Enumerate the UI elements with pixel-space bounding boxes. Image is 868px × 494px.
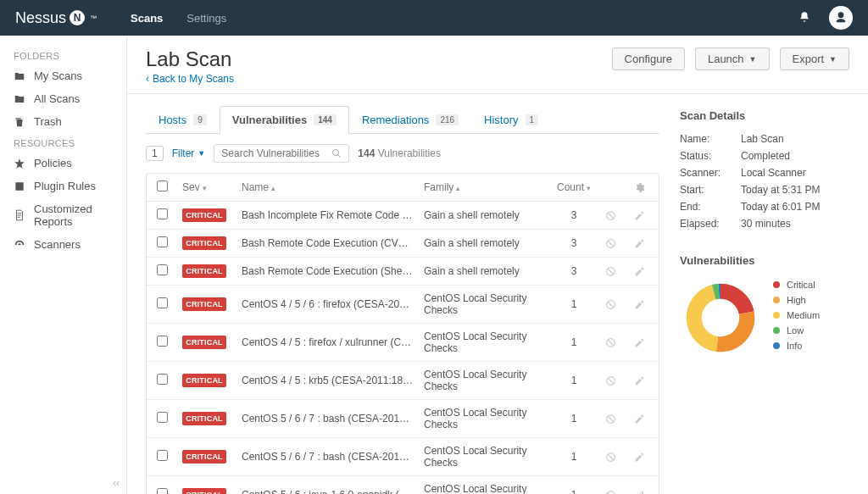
filter-bar: 1 Filter ▼ 144 Vulnerabilities [146,134,659,173]
row-checkbox[interactable] [157,236,168,247]
edit-icon[interactable] [630,238,648,249]
row-checkbox[interactable] [157,488,168,494]
table-row[interactable]: CRITICALCentOS 4 / 5 : firefox / xulrunn… [147,323,659,361]
sidebar-item-customized-reports[interactable]: Customized Reports [0,197,126,233]
detail-row: Name:Lab Scan [680,130,849,147]
gear-icon[interactable] [630,182,648,193]
search-input[interactable] [221,147,331,159]
disable-icon[interactable] [601,299,620,310]
configure-button[interactable]: Configure [612,47,685,70]
col-header-count[interactable]: Count▾ [557,181,591,193]
page-title: Lab Scan [146,47,234,71]
table-row[interactable]: CRITICALBash Remote Code Execution (CVE-… [147,229,659,257]
row-checkbox[interactable] [157,208,168,219]
active-filter-count[interactable]: 1 [146,146,164,161]
breadcrumb-back[interactable]: ‹ Back to My Scans [146,73,234,85]
table-row[interactable]: CRITICALBash Incomplete Fix Remote Code … [147,202,659,229]
tab-history[interactable]: History1 [471,106,551,134]
vuln-family: CentOS Local Security Checks [424,407,547,430]
export-button[interactable]: Export▼ [780,47,850,70]
sidebar-item-all-scans[interactable]: All Scans [0,87,126,110]
filter-dropdown[interactable]: Filter ▼ [172,147,206,159]
edit-icon[interactable] [630,266,648,277]
user-avatar-icon[interactable] [829,6,853,30]
vulnerabilities-table: Sev▾ Name▴ Family▴ Count▾ CRITICALBash I… [146,173,659,494]
sidebar-item-policies[interactable]: Policies [0,152,126,175]
vuln-chart-heading: Vulnerabilities [680,254,849,267]
disable-icon[interactable] [601,452,620,463]
vuln-name: CentOS 4 / 5 : firefox / xulrunner (CESA… [242,336,414,348]
col-header-severity[interactable]: Sev▾ [182,181,231,193]
edit-icon[interactable] [630,299,648,310]
brand-text: Nessus [15,9,66,27]
detail-row: Elapsed:30 minutes [680,215,849,232]
vuln-name: CentOS 5 / 6 : java-1.6.0-openjdk (CESA-… [242,489,414,494]
row-checkbox[interactable] [157,374,168,385]
tab-label: Remediations [362,114,430,126]
search-icon [331,148,342,158]
vuln-family: CentOS Local Security Checks [424,445,547,469]
select-all-checkbox[interactable] [157,180,168,191]
bell-icon[interactable] [798,11,810,25]
tab-remediations[interactable]: Remediations216 [349,106,471,134]
sidebar-item-trash[interactable]: Trash [0,110,126,133]
vuln-count: 3 [557,237,591,249]
row-checkbox[interactable] [157,450,168,461]
sidebar-item-label: Plugin Rules [34,180,96,192]
detail-value: 30 minutes [741,218,791,230]
sidebar-item-label: All Scans [34,92,80,105]
tab-count: 216 [436,114,459,125]
disable-icon[interactable] [601,238,620,249]
tab-hosts[interactable]: Hosts9 [146,106,220,134]
vuln-family: Gain a shell remotely [424,237,547,249]
row-checkbox[interactable] [157,297,168,308]
vuln-family: Gain a shell remotely [424,209,547,221]
col-header-family[interactable]: Family▴ [424,181,547,193]
legend-label: Critical [787,280,815,290]
legend-item: Medium [773,308,820,323]
sidebar-collapse-icon[interactable]: ‹‹ [113,477,120,489]
row-checkbox[interactable] [157,412,168,423]
edit-icon[interactable] [630,452,648,463]
disable-icon[interactable] [601,375,620,386]
edit-icon[interactable] [630,490,648,495]
disable-icon[interactable] [601,210,620,221]
table-row[interactable]: CRITICALCentOS 5 / 6 / 7 : bash (CESA-20… [147,399,659,437]
disable-icon[interactable] [601,490,620,495]
donut-slice-high [716,311,754,352]
table-row[interactable]: CRITICALCentOS 5 / 6 : java-1.6.0-openjd… [147,475,659,494]
edit-icon[interactable] [630,414,648,425]
detail-key: Start: [680,184,741,196]
edit-icon[interactable] [630,375,648,386]
vuln-family: CentOS Local Security Checks [424,369,547,392]
severity-badge: CRITICAL [182,374,226,387]
legend-item: High [773,292,820,308]
disable-icon[interactable] [601,337,620,348]
sidebar-item-scanners[interactable]: Scanners [0,233,126,256]
tab-vulnerabilities[interactable]: Vulnerabilities144 [220,106,349,134]
nav-link-settings[interactable]: Settings [186,12,226,25]
disable-icon[interactable] [601,266,620,277]
severity-badge: CRITICAL [182,336,226,349]
table-row[interactable]: CRITICALCentOS 4 / 5 : krb5 (CESA-2011:1… [147,361,659,399]
edit-icon[interactable] [630,337,648,348]
sidebar-item-label: My Scans [34,69,82,82]
detail-value: Today at 5:31 PM [741,184,820,196]
detail-value: Lab Scan [741,133,784,145]
brand-trademark: ™ [90,14,97,22]
sidebar-item-my-scans[interactable]: My Scans [0,64,126,87]
edit-icon[interactable] [630,210,648,221]
detail-key: Elapsed: [680,218,741,230]
table-row[interactable]: CRITICALBash Remote Code Execution (Shel… [147,257,659,285]
vuln-name: Bash Remote Code Execution (CVE-2014-627… [242,237,414,249]
sidebar-item-plugin-rules[interactable]: Plugin Rules [0,175,126,197]
disable-icon[interactable] [601,414,620,425]
row-checkbox[interactable] [157,336,168,347]
nav-link-scans[interactable]: Scans [131,12,163,25]
col-header-name[interactable]: Name▴ [242,181,414,193]
row-checkbox[interactable] [157,264,168,275]
launch-button[interactable]: Launch▼ [695,47,770,70]
table-row[interactable]: CRITICALCentOS 4 / 5 / 6 : firefox (CESA… [147,285,659,323]
scanner-icon [14,239,25,251]
table-row[interactable]: CRITICALCentOS 5 / 6 / 7 : bash (CESA-20… [147,437,659,475]
